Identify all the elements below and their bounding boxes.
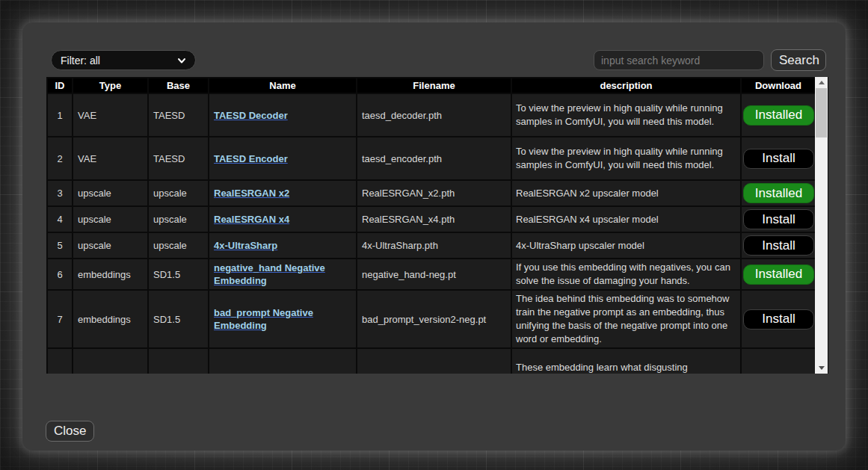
model-table-container: ID Type Base Name Filename description D…	[46, 77, 828, 374]
cell-id: 3	[47, 180, 73, 206]
model-name-link[interactable]: RealESRGAN x2	[214, 188, 289, 199]
header-download: Download	[741, 78, 816, 93]
cell-base: upscale	[148, 206, 209, 232]
cell-id: 7	[47, 290, 73, 348]
cell-download: Installed	[741, 259, 816, 290]
cell-name: 4x-UltraSharp	[209, 232, 357, 259]
cell-type: upscale	[73, 232, 148, 259]
comfyui-canvas: { "dialog": { "filter": { "selected": "F…	[0, 0, 868, 470]
cell-type: embeddings	[73, 259, 148, 290]
filter-dropdown-value: Filter: all	[61, 55, 177, 67]
cell-name: bad_prompt Negative Embedding	[209, 290, 357, 348]
cell-download: Install	[741, 206, 816, 232]
table-row: 2 VAE TAESD TAESD Encoder taesd_encoder.…	[47, 137, 816, 180]
model-name-link[interactable]: TAESD Encoder	[214, 153, 288, 164]
cell-download: Install	[741, 137, 816, 180]
table-scrollbar[interactable]	[815, 77, 828, 374]
model-table: ID Type Base Name Filename description D…	[46, 77, 816, 374]
close-button[interactable]: Close	[46, 421, 94, 442]
cell-type: embeddings	[73, 290, 148, 348]
install-button[interactable]: Install	[743, 209, 814, 229]
cell-description: To view the preview in high quality whil…	[511, 137, 741, 180]
cell-filename: RealESRGAN_x4.pth	[357, 206, 511, 232]
install-button[interactable]: Installed	[743, 265, 814, 285]
table-row: 5 upscale upscale 4x-UltraSharp 4x-Ultra…	[47, 232, 816, 259]
scroll-up-icon[interactable]	[815, 77, 828, 88]
cell-filename: taesd_encoder.pth	[357, 137, 511, 180]
cell-base: upscale	[148, 232, 209, 259]
cell-type: VAE	[73, 93, 148, 137]
model-name-link[interactable]: TAESD Decoder	[214, 110, 288, 121]
search-button[interactable]: Search	[771, 49, 826, 71]
chevron-down-icon	[177, 56, 186, 65]
model-table-body: 1 VAE TAESD TAESD Decoder taesd_decoder.…	[47, 93, 816, 374]
cell-filename: bad_prompt_version2-neg.pt	[357, 290, 511, 348]
cell-name: negative_hand Negative Embedding	[209, 259, 357, 290]
table-row: 4 upscale upscale RealESRGAN x4 RealESRG…	[47, 206, 816, 232]
header-name: Name	[209, 78, 357, 93]
cell-download	[741, 348, 816, 374]
model-name-link[interactable]: negative_hand Negative Embedding	[214, 262, 325, 286]
cell-base: SD1.5	[148, 259, 209, 290]
table-row: 3 upscale upscale RealESRGAN x2 RealESRG…	[47, 180, 816, 206]
model-name-link[interactable]: bad_prompt Negative Embedding	[214, 307, 313, 331]
header-id: ID	[47, 78, 73, 93]
model-table-header: ID Type Base Name Filename description D…	[47, 78, 816, 93]
header-filename: Filename	[357, 78, 511, 93]
cell-type	[73, 348, 148, 374]
cell-filename: RealESRGAN_x2.pth	[357, 180, 511, 206]
cell-name	[209, 348, 357, 374]
cell-id: 5	[47, 232, 73, 259]
cell-id: 6	[47, 259, 73, 290]
cell-description: RealESRGAN x4 upscaler model	[511, 206, 741, 232]
cell-download: Install	[741, 232, 816, 259]
cell-id: 1	[47, 93, 73, 137]
cell-name: TAESD Decoder	[209, 93, 357, 137]
cell-base	[148, 348, 209, 374]
model-name-link[interactable]: RealESRGAN x4	[214, 214, 289, 225]
install-button[interactable]: Install	[743, 149, 814, 169]
search-input[interactable]	[594, 50, 764, 70]
cell-filename: taesd_decoder.pth	[357, 93, 511, 137]
header-base: Base	[148, 78, 209, 93]
cell-description: If you use this embedding with negatives…	[511, 259, 741, 290]
cell-id: 2	[47, 137, 73, 180]
install-button[interactable]: Install	[743, 235, 814, 256]
table-row: 7 embeddings SD1.5 bad_prompt Negative E…	[47, 290, 816, 348]
header-description: description	[511, 78, 741, 93]
install-button[interactable]: Installed	[743, 105, 814, 126]
cell-base: TAESD	[148, 137, 209, 180]
table-row: 6 embeddings SD1.5 negative_hand Negativ…	[47, 259, 816, 290]
cell-name: TAESD Encoder	[209, 137, 357, 180]
cell-base: TAESD	[148, 93, 209, 137]
cell-download: Installed	[741, 180, 816, 206]
cell-id	[47, 348, 73, 374]
model-manager-dialog: Filter: all Search ID Type Base Name Fil…	[22, 22, 846, 451]
cell-download: Install	[741, 290, 816, 348]
cell-description: 4x-UltraSharp upscaler model	[511, 232, 741, 259]
cell-description: These embedding learn what disgusting co…	[511, 348, 741, 374]
cell-name: RealESRGAN x2	[209, 180, 357, 206]
install-button[interactable]: Install	[743, 309, 814, 330]
scroll-down-icon[interactable]	[815, 362, 828, 374]
model-name-link[interactable]: 4x-UltraSharp	[214, 240, 277, 251]
filter-dropdown[interactable]: Filter: all	[51, 50, 196, 70]
cell-description: To view the preview in high quality whil…	[511, 93, 741, 137]
cell-base: upscale	[148, 180, 209, 206]
scrollbar-thumb[interactable]	[816, 88, 827, 137]
cell-filename	[357, 348, 511, 374]
install-button[interactable]: Installed	[743, 183, 814, 203]
cell-filename: negative_hand-neg.pt	[357, 259, 511, 290]
table-row: 1 VAE TAESD TAESD Decoder taesd_decoder.…	[47, 93, 816, 137]
cell-download: Installed	[741, 93, 816, 137]
cell-type: VAE	[73, 137, 148, 180]
header-type: Type	[73, 78, 148, 93]
cell-name: RealESRGAN x4	[209, 206, 357, 232]
cell-id: 4	[47, 206, 73, 232]
cell-filename: 4x-UltraSharp.pth	[357, 232, 511, 259]
table-row: These embedding learn what disgusting co…	[47, 348, 816, 374]
cell-type: upscale	[73, 206, 148, 232]
cell-description: The idea behind this embedding was to so…	[511, 290, 741, 348]
cell-description: RealESRGAN x2 upscaler model	[511, 180, 741, 206]
cell-base: SD1.5	[148, 290, 209, 348]
